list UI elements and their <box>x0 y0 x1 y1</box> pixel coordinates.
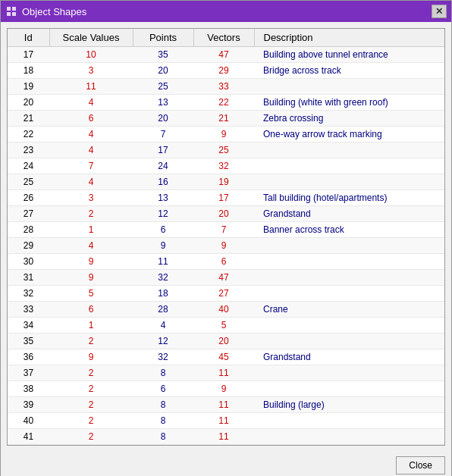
cell-vectors: 47 <box>193 47 254 63</box>
col-header-desc: Description <box>254 29 444 47</box>
cell-description <box>254 381 444 397</box>
cell-description: Zebra crossing <box>254 111 444 127</box>
cell-scale: 3 <box>49 190 133 206</box>
cell-points: 32 <box>133 270 193 286</box>
svg-rect-2 <box>7 12 11 16</box>
table-row: 2162021Zebra crossing <box>8 111 444 127</box>
cell-points: 7 <box>133 127 193 142</box>
window-title: Object Shapes <box>22 6 432 17</box>
cell-id: 32 <box>8 286 49 302</box>
cell-description: Crane <box>254 302 444 318</box>
cell-id: 25 <box>8 174 49 190</box>
cell-description <box>254 142 444 158</box>
cell-description: Building (white with green roof) <box>254 95 444 111</box>
table-row: 2721220Grandstand <box>8 206 444 222</box>
table-row: 34145 <box>8 318 444 334</box>
cell-points: 20 <box>133 111 193 127</box>
cell-scale: 2 <box>49 365 133 381</box>
cell-vectors: 11 <box>193 429 254 445</box>
cell-scale: 9 <box>49 349 133 365</box>
cell-points: 11 <box>133 254 193 270</box>
table-row: 28167Banner across track <box>8 222 444 238</box>
cell-description <box>254 429 444 445</box>
cell-points: 16 <box>133 174 193 190</box>
cell-description <box>254 174 444 190</box>
cell-vectors: 19 <box>193 174 254 190</box>
cell-id: 20 <box>8 95 49 111</box>
cell-vectors: 40 <box>193 302 254 318</box>
cell-points: 8 <box>133 365 193 381</box>
data-table-container: Id Scale Values Points Vectors Descripti… <box>7 28 445 446</box>
main-content: Id Scale Values Points Vectors Descripti… <box>1 22 451 452</box>
cell-points: 12 <box>133 206 193 222</box>
svg-rect-1 <box>12 7 16 11</box>
cell-id: 30 <box>8 254 49 270</box>
cell-id: 36 <box>8 349 49 365</box>
object-shapes-window: Object Shapes ✕ Id Scale Values Points V… <box>0 0 452 476</box>
cell-description: Grandstand <box>254 206 444 222</box>
cell-points: 20 <box>133 63 193 79</box>
cell-scale: 4 <box>49 238 133 254</box>
cell-vectors: 29 <box>193 63 254 79</box>
cell-id: 17 <box>8 47 49 63</box>
cell-scale: 1 <box>49 222 133 238</box>
cell-description <box>254 334 444 349</box>
cell-points: 28 <box>133 302 193 318</box>
close-button[interactable]: Close <box>396 456 445 474</box>
cell-id: 28 <box>8 222 49 238</box>
cell-scale: 4 <box>49 174 133 190</box>
table-row: 3362840Crane <box>8 302 444 318</box>
table-row: 3251827 <box>8 286 444 302</box>
cell-vectors: 9 <box>193 238 254 254</box>
cell-vectors: 25 <box>193 142 254 158</box>
cell-id: 27 <box>8 206 49 222</box>
cell-vectors: 11 <box>193 413 254 429</box>
cell-id: 21 <box>8 111 49 127</box>
window-close-button[interactable]: ✕ <box>432 5 447 18</box>
table-row: 22479One-way arrow track marking <box>8 127 444 142</box>
table-body: 17103547Building above tunnel entrance18… <box>8 47 444 445</box>
cell-id: 22 <box>8 127 49 142</box>
cell-description: Tall building (hotel/apartments) <box>254 190 444 206</box>
cell-vectors: 11 <box>193 365 254 381</box>
cell-id: 35 <box>8 334 49 349</box>
cell-vectors: 17 <box>193 190 254 206</box>
svg-rect-3 <box>12 12 16 16</box>
table-row: 17103547Building above tunnel entrance <box>8 47 444 63</box>
svg-rect-0 <box>7 7 11 11</box>
cell-id: 39 <box>8 397 49 413</box>
cell-id: 40 <box>8 413 49 429</box>
cell-id: 41 <box>8 429 49 445</box>
cell-id: 23 <box>8 142 49 158</box>
cell-vectors: 7 <box>193 222 254 238</box>
cell-vectors: 11 <box>193 397 254 413</box>
cell-scale: 2 <box>49 397 133 413</box>
cell-points: 6 <box>133 381 193 397</box>
cell-scale: 6 <box>49 302 133 318</box>
cell-id: 18 <box>8 63 49 79</box>
table-row: 2631317Tall building (hotel/apartments) <box>8 190 444 206</box>
table-row: 3693245Grandstand <box>8 349 444 365</box>
cell-scale: 2 <box>49 334 133 349</box>
table-row: 2341725 <box>8 142 444 158</box>
cell-points: 35 <box>133 47 193 63</box>
cell-id: 31 <box>8 270 49 286</box>
table-row: 3521220 <box>8 334 444 349</box>
table-row: 2041322Building (white with green roof) <box>8 95 444 111</box>
cell-scale: 4 <box>49 95 133 111</box>
cell-description <box>254 413 444 429</box>
table-row: 309116 <box>8 254 444 270</box>
col-header-vectors: Vectors <box>193 29 254 47</box>
cell-id: 37 <box>8 365 49 381</box>
table-row: 412811 <box>8 429 444 445</box>
cell-points: 25 <box>133 79 193 95</box>
table-row: 29499 <box>8 238 444 254</box>
cell-points: 6 <box>133 222 193 238</box>
cell-description: One-way arrow track marking <box>254 127 444 142</box>
cell-points: 13 <box>133 190 193 206</box>
cell-vectors: 45 <box>193 349 254 365</box>
table-scroll-area[interactable]: Id Scale Values Points Vectors Descripti… <box>8 29 444 445</box>
cell-points: 9 <box>133 238 193 254</box>
cell-scale: 10 <box>49 47 133 63</box>
cell-vectors: 47 <box>193 270 254 286</box>
